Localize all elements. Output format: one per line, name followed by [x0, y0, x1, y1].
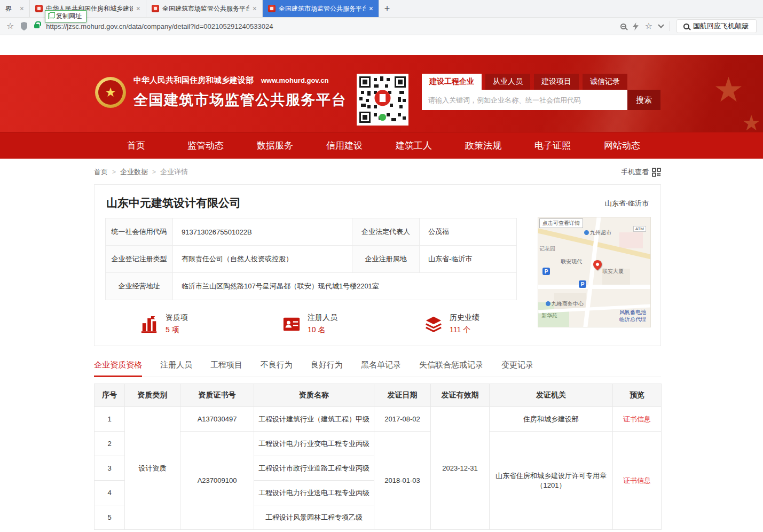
map-label-battery-line1: 风帆蓄电池	[619, 309, 646, 315]
company-info-table: 统一社会信用代码 91371302675501022B 企业法定代表人 公茂福 …	[105, 218, 517, 300]
lightning-icon[interactable]	[633, 22, 639, 30]
reg-type-label: 企业登记注册类型	[106, 246, 173, 273]
emblem-star-icon: ★	[98, 80, 123, 105]
tab-projects[interactable]: 工程项目	[210, 360, 242, 377]
lock-icon	[34, 24, 40, 28]
cert-info-link[interactable]: 证书信息	[623, 415, 651, 423]
stat-label: 注册人员	[308, 313, 337, 323]
search-tab-personnel[interactable]: 从业人员	[485, 74, 530, 90]
browser-tab-0[interactable]: 界 ×	[0, 0, 30, 17]
nav-item-data-service[interactable]: 数据服务	[240, 139, 310, 152]
breadcrumb-company-data[interactable]: 企业数据	[120, 167, 148, 177]
qr-mini-icon	[652, 168, 661, 177]
zoom-out-icon[interactable]	[620, 24, 626, 29]
authority-cell: 住房和城乡建设部	[490, 407, 613, 432]
valid-until-cell: 2023-12-31	[431, 407, 490, 530]
issue-date-cell: 2017-08-02	[374, 407, 431, 432]
tab-bad-behavior[interactable]: 不良行为	[261, 360, 293, 377]
breadcrumb-separator: >	[152, 168, 156, 176]
nav-item-supervision[interactable]: 监管动态	[171, 139, 240, 152]
tab-blacklist[interactable]: 黑名单记录	[361, 360, 401, 377]
decor-star-icon: ★	[713, 70, 744, 109]
address-label: 企业经营地址	[106, 273, 173, 300]
layers-icon	[424, 315, 443, 333]
map-label-lianan-modern: 联安现代	[561, 258, 582, 265]
bookmark-star-icon[interactable]: ☆	[6, 22, 14, 30]
map-label-battery: 风帆蓄电池 临沂总代理	[619, 309, 646, 323]
qualification-table: 序号 资质类别 资质证书号 资质名称 发证日期 发证有效期 发证机关 预览 1 …	[94, 384, 662, 530]
col-category: 资质类别	[125, 384, 180, 407]
nav-item-workers[interactable]: 建筑工人	[379, 139, 449, 152]
tab-registered-personnel[interactable]: 注册人员	[160, 360, 192, 377]
map-label-supermarket: 九州超市	[590, 230, 611, 236]
new-tab-button[interactable]: +	[379, 0, 395, 17]
stat-label: 历史业绩	[450, 313, 479, 323]
favorite-star-icon[interactable]: ☆	[645, 22, 652, 30]
cert-info-link[interactable]: 证书信息	[623, 476, 651, 484]
mobile-view-button[interactable]: 手机查看	[621, 167, 661, 177]
hot-search-text[interactable]: 国航回应飞机颠簸	[693, 21, 749, 31]
tab-qualifications[interactable]: 企业资质资格	[94, 360, 142, 377]
nav-item-policy[interactable]: 政策法规	[449, 139, 518, 152]
site-favicon-icon	[35, 5, 43, 12]
search-tab-enterprise[interactable]: 建设工程企业	[422, 74, 482, 90]
close-icon[interactable]: ×	[20, 5, 24, 12]
close-icon[interactable]: ×	[253, 5, 257, 12]
search-category-tabs: 建设工程企业 从业人员 建设项目 诚信记录	[422, 74, 660, 90]
keyword-search-input[interactable]	[422, 90, 627, 110]
site-favicon-icon	[268, 5, 276, 12]
national-emblem-icon: ★	[95, 77, 126, 108]
search-tab-project[interactable]: 建设项目	[534, 74, 579, 90]
poi-icon	[584, 230, 589, 235]
parking-icon: P	[542, 268, 550, 275]
tab-good-behavior[interactable]: 良好行为	[311, 360, 343, 377]
tab-change-records[interactable]: 变更记录	[501, 360, 533, 377]
browser-tab-3-active[interactable]: 全国建筑市场监管公共服务平台 ×	[263, 0, 379, 17]
shield-icon[interactable]	[20, 22, 28, 30]
detail-section-tabs: 企业资质资格 注册人员 工程项目 不良行为 良好行为 黑名单记录 失信联合惩戒记…	[94, 360, 661, 377]
breadcrumb-home[interactable]: 首页	[94, 167, 108, 177]
qual-name-cell: 工程设计电力行业变电工程专业丙级	[254, 432, 374, 456]
id-card-icon	[282, 315, 301, 333]
company-location-map[interactable]: 点击可查看详情 九州超市 ATM 记花园 联安现代 联安大厦 九峰商务中心 新华…	[538, 217, 651, 327]
col-valid-until: 发证有效期	[431, 384, 490, 407]
search-tab-credit[interactable]: 诚信记录	[583, 74, 627, 90]
search-button[interactable]: 搜索	[627, 90, 660, 110]
site-titles: 中华人民共和国住房和城乡建设部 www.mohurd.gov.cn 全国建筑市场…	[133, 75, 347, 109]
tab-dishonesty-records[interactable]: 失信联合惩戒记录	[419, 360, 483, 377]
map-label-atm: ATM	[633, 226, 646, 232]
company-region: 山东省-临沂市	[605, 199, 649, 208]
stat-registered-personnel: 注册人员 10 名	[282, 313, 424, 335]
map-label-business-center: 九峰商务中心	[552, 301, 584, 307]
stat-value: 111 个	[450, 325, 479, 335]
nav-item-home[interactable]: 首页	[101, 139, 171, 152]
nav-item-e-license[interactable]: 电子证照	[518, 139, 587, 152]
seq-cell: 2	[95, 432, 125, 456]
browser-search-box[interactable]: 国航回应飞机颠簸	[677, 19, 757, 33]
map-label-xinhuayuan: 新华苑	[541, 312, 557, 319]
address-value: 临沂市兰山区陶然路107号星河晶都（联安）现代城1号楼2201室	[173, 273, 517, 300]
breadcrumb: 首页 > 企业数据 > 企业详情	[94, 167, 188, 177]
browser-tab-2[interactable]: 全国建筑市场监管公共服务平台 ×	[146, 0, 263, 17]
qual-name-cell: 工程设计建筑行业（建筑工程）甲级	[254, 407, 374, 432]
close-icon[interactable]: ×	[136, 5, 140, 12]
banner-search-area: 建设工程企业 从业人员 建设项目 诚信记录 搜索	[422, 74, 660, 110]
nav-item-site-news[interactable]: 网站动态	[587, 139, 657, 152]
decor-star-icon: ★	[742, 111, 761, 132]
chevron-down-icon[interactable]	[658, 22, 664, 28]
ministry-name: 中华人民共和国住房和城乡建设部	[133, 75, 254, 85]
stat-label: 资质项	[166, 313, 188, 323]
copy-url-tooltip[interactable]: 复制网址	[45, 10, 86, 22]
map-label-lianan-tower: 联安大厦	[602, 268, 624, 275]
mobile-view-label: 手机查看	[621, 167, 649, 177]
url-field[interactable]: https://jzsc.mohurd.gov.cn/data/company/…	[46, 22, 613, 30]
col-name: 资质名称	[254, 384, 374, 407]
nav-item-credit[interactable]: 信用建设	[310, 139, 379, 152]
copy-url-label: 复制网址	[56, 12, 82, 21]
seq-cell: 3	[95, 456, 125, 481]
close-icon[interactable]: ×	[369, 5, 373, 12]
legal-rep-value: 公茂福	[420, 218, 517, 246]
qr-code	[357, 74, 408, 126]
cert-no-cell: A237009100	[180, 432, 254, 530]
company-name: 山东中元建筑设计有限公司	[106, 195, 241, 210]
